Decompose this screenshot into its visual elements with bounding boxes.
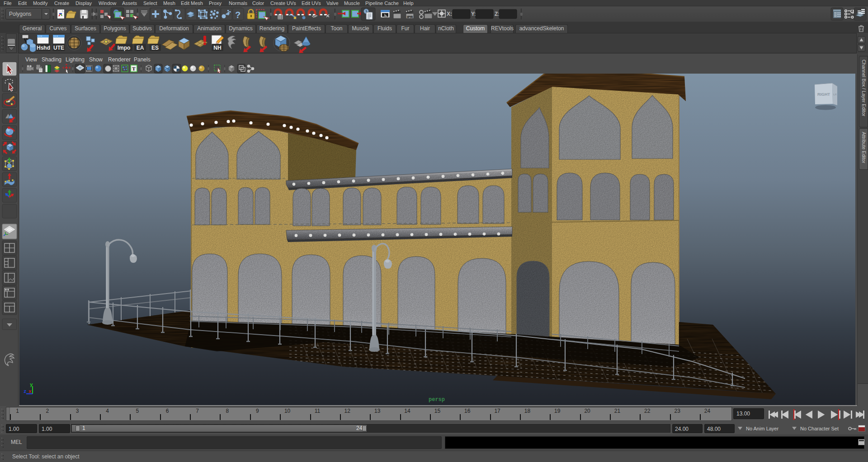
svg-text:persp: persp xyxy=(429,397,445,403)
svg-text:Impo: Impo xyxy=(118,45,131,51)
svg-text:?: ? xyxy=(235,10,241,20)
svg-text:Hshd: Hshd xyxy=(37,45,50,51)
svg-text:LX: LX xyxy=(833,93,836,96)
svg-text:Y:: Y: xyxy=(471,11,476,17)
svg-text:X:: X: xyxy=(447,11,452,17)
svg-text:x: x xyxy=(28,389,32,394)
svg-text:RIGHT: RIGHT xyxy=(817,92,830,97)
svg-text:ES: ES xyxy=(151,45,159,51)
svg-text:EA: EA xyxy=(137,45,144,51)
svg-text:y: y xyxy=(30,382,33,387)
svg-text:z: z xyxy=(24,389,27,394)
svg-text:IPR: IPR xyxy=(407,15,413,19)
svg-text:T: T xyxy=(132,66,136,71)
svg-text:UTE: UTE xyxy=(53,45,64,51)
svg-text:NH: NH xyxy=(213,45,221,51)
